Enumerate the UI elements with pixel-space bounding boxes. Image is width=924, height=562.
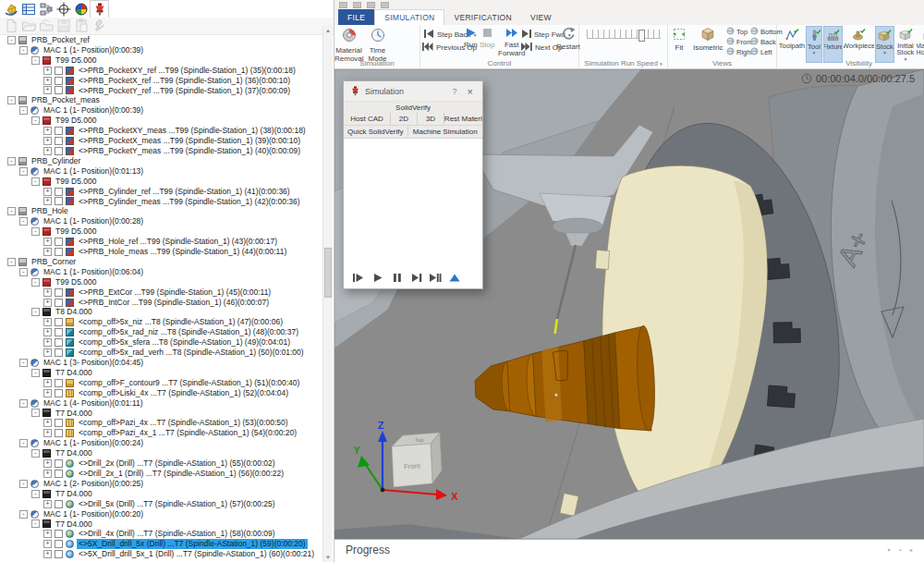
tree-item[interactable]: -MAC 1 (1- Position)(0:00:39) [0, 45, 322, 55]
tree-item[interactable]: -PRB_Cylinder [0, 156, 322, 166]
qat-icon[interactable] [381, 2, 389, 8]
stop-button[interactable]: Stop [480, 27, 494, 49]
tree-item[interactable]: -MAC 1 (1- Position)(0:00:39) [0, 105, 322, 116]
tab-3d[interactable]: 3D [417, 113, 444, 125]
tree-expander-icon[interactable]: + [43, 238, 52, 246]
tab-rest-material[interactable]: Rest Material [444, 113, 482, 125]
tree-item[interactable]: +<comp_off>Pazi_4x ...T7 (Spindle-AStati… [0, 418, 322, 428]
operation-checkbox[interactable] [55, 530, 63, 538]
operation-checkbox[interactable] [55, 127, 63, 135]
tree-item[interactable]: +<comp_off>Liski_4x ...T7 (Spindle-AStat… [0, 388, 322, 398]
quick-access-toolbar[interactable] [334, 0, 924, 9]
tab-machine-simulation[interactable]: Machine Simulation [407, 126, 482, 138]
tree-expander-icon[interactable]: + [43, 147, 52, 155]
run-button[interactable]: Run [464, 27, 478, 49]
operation-checkbox[interactable] [55, 419, 63, 427]
tree-expander-icon[interactable]: + [43, 470, 52, 478]
tree-expander-icon[interactable]: + [43, 288, 52, 297]
operation-checkbox[interactable] [55, 470, 63, 478]
tree-expander-icon[interactable]: + [43, 67, 52, 75]
visibility-fixture-button[interactable]: Fixture [823, 26, 843, 63]
tree-expander-icon[interactable]: - [7, 157, 16, 165]
tree-item[interactable]: +<>5X_Drill_drill_5x (Drill) ...T7 (Spin… [0, 539, 322, 549]
tree-item[interactable]: +<>PRB_Cylinder_ref ...T99 (Spindle-Stat… [0, 187, 322, 197]
progress-panel-controls[interactable]: ▾ ▪ ▸ [888, 546, 917, 553]
tree-item[interactable]: -MAC 1 (1- Position)(0:00:24) [0, 438, 322, 448]
scroll-down-icon[interactable]: ▼ [323, 553, 333, 562]
tree-expander-icon[interactable]: + [43, 338, 52, 347]
tree-expander-icon[interactable]: - [19, 217, 28, 226]
tree-item[interactable]: +<>PRB_Hole_ref ...T99 (Spindle-Station_… [0, 237, 322, 247]
tree-item[interactable]: -T7 D4.000 [0, 448, 322, 458]
qat-icon[interactable] [339, 2, 347, 8]
tree-expander-icon[interactable]: - [31, 116, 40, 125]
play-button[interactable] [371, 271, 383, 284]
operation-checkbox[interactable] [55, 328, 63, 336]
visibility-machine-housing-button[interactable]: Machine Housing [917, 26, 924, 63]
tree-expander-icon[interactable]: + [43, 299, 52, 307]
ribbon-tab-verification[interactable]: VERIFICATION [444, 9, 520, 25]
tree-item[interactable]: -MAC 1 (1- Position)(0:00:20) [0, 509, 322, 519]
tree-expander-icon[interactable]: + [43, 500, 52, 508]
tree-item[interactable]: -MAC 1 (1- Position)(0:00:28) [0, 216, 322, 226]
operation-checkbox[interactable] [55, 348, 63, 357]
tree-expander-icon[interactable]: + [43, 318, 52, 326]
eject-button[interactable] [448, 271, 461, 284]
tree-item[interactable]: -MAC 1 (2- Position)(0:00:25) [0, 479, 322, 489]
tree-expander-icon[interactable]: - [7, 258, 16, 266]
tree-expander-icon[interactable]: - [19, 46, 28, 55]
close-button[interactable]: × [465, 86, 476, 97]
tree-expander-icon[interactable]: + [43, 389, 52, 397]
tree-item[interactable]: +<>Drill_2x (Drill) ...T7 (Spindle-AStat… [0, 458, 322, 469]
visibility-tool-button[interactable]: Tool▼ [806, 26, 822, 63]
tree-expander-icon[interactable]: + [43, 137, 52, 145]
tree-expander-icon[interactable]: + [43, 550, 52, 558]
tree-item[interactable]: +<>PRB_PocketXY_ref ...T99 (Spindle-Stat… [0, 66, 322, 76]
operation-checkbox[interactable] [55, 188, 63, 196]
ribbon-tab-file[interactable]: FILE [338, 9, 374, 25]
operation-checkbox[interactable] [55, 197, 63, 205]
tree-expander-icon[interactable]: - [19, 510, 28, 519]
view-right-button[interactable]: Right [726, 47, 753, 57]
tree-expander-icon[interactable]: - [31, 308, 40, 316]
tree-expander-icon[interactable]: - [31, 519, 40, 528]
coordinate-target-icon[interactable] [55, 1, 72, 18]
slider-handle[interactable] [638, 30, 645, 42]
restart-button[interactable]: Restart [556, 26, 580, 51]
tree-expander-icon[interactable]: - [19, 439, 28, 447]
new-document-icon[interactable] [2, 18, 19, 34]
tree-item[interactable]: +<comp_off>Pazi_4x_1 ...T7 (Spindle-ASta… [0, 428, 322, 438]
tree-item[interactable]: +<comp_off>5x_rad_verh ...T8 (Spindle-AS… [0, 348, 322, 358]
tree-item[interactable]: +<>Drill_4x (Drill) ...T7 (Spindle-AStat… [0, 529, 322, 539]
tree-scrollbar[interactable]: ▲ ▼ [322, 26, 333, 562]
tree-expander-icon[interactable]: - [31, 56, 40, 65]
tab-quick-solidverify[interactable]: Quick SolidVerify [344, 126, 407, 138]
visibility-initial-stock-button[interactable]: Initial Stock▼ [895, 26, 916, 63]
tree-expander-icon[interactable]: - [19, 268, 28, 276]
tree-item[interactable]: +<>PRB_PocketXY_meas ...T99 (Spindle-Sta… [0, 126, 322, 136]
view-top-button[interactable]: Top [726, 27, 753, 37]
tree-expander-icon[interactable]: - [19, 399, 28, 408]
tree-item[interactable]: +<>PRB_PocketX_ref ...T99 (Spindle-Stati… [0, 76, 322, 86]
tree-item[interactable]: +<>PRB_Hole_meas ...T99 (Spindle-Station… [0, 247, 322, 257]
operation-checkbox[interactable] [55, 238, 63, 246]
tree-item[interactable]: +<comp_off>5x_rad_niz ...T8 (Spindle-ASt… [0, 327, 322, 337]
visibility-toolpath-button[interactable]: Toolpath [779, 26, 805, 63]
tree-expander-icon[interactable]: - [31, 227, 40, 236]
tab-solidverify[interactable]: SolidVerify [344, 102, 482, 113]
tree-item[interactable]: +<>PRB_ExtCor ...T99 (Spindle-Station_1)… [0, 287, 322, 298]
tree-item[interactable]: +<>PRB_PocketY_ref ...T99 (Spindle-Stati… [0, 86, 322, 96]
tree-expander-icon[interactable]: - [31, 449, 40, 458]
tree-item[interactable]: +<>PRB_IntCor ...T99 (Spindle-Station_1)… [0, 298, 322, 308]
tree-expander-icon[interactable]: + [43, 86, 52, 94]
operation-checkbox[interactable] [55, 86, 63, 94]
tree-expander-icon[interactable]: - [19, 359, 28, 367]
speed-options-icon[interactable]: ▾ [660, 61, 663, 67]
tree-item[interactable]: -T99 D5.000 [0, 177, 322, 187]
world-sphere-icon[interactable] [72, 1, 90, 18]
simulation-dialog[interactable]: Simulation ? × SolidVerify Host CAD2D3DR… [343, 80, 483, 289]
visibility-workpiece-button[interactable]: Workpiece [844, 26, 874, 63]
tree-expander-icon[interactable]: + [43, 530, 52, 538]
tree-item[interactable]: +<comp_off>5x_niz ...T8 (Spindle-AStatio… [0, 317, 322, 327]
tree-expander-icon[interactable]: + [43, 459, 52, 468]
